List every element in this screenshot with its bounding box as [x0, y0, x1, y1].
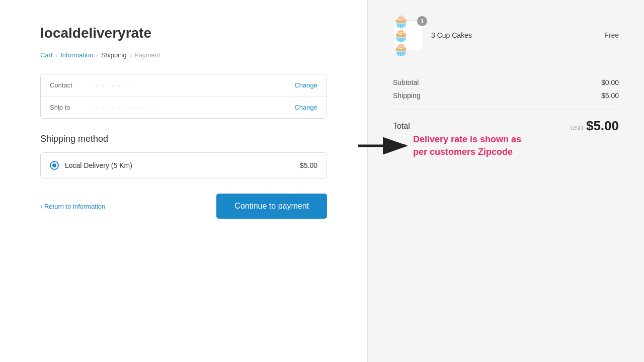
shipping-total-row: Shipping $5.00 — [393, 92, 619, 100]
ship-to-value: · · · · · · · · · · · · · — [90, 104, 294, 111]
annotation-text: Delivery rate is shown as per customers … — [413, 133, 524, 158]
return-to-information-link[interactable]: ‹ Return to information — [40, 203, 105, 210]
contact-change-link[interactable]: Change — [294, 81, 317, 89]
radio-button[interactable] — [50, 161, 59, 170]
annotation-wrapper: Delivery rate is shown as per customers … — [358, 131, 524, 161]
shipping-total-label: Shipping — [393, 92, 421, 100]
contact-row: Contact · · · · · · · · Change — [41, 74, 327, 97]
grand-total-amount: $5.00 — [586, 118, 619, 134]
product-quantity-badge: 1 — [417, 16, 427, 26]
grand-total-currency: USD — [571, 125, 583, 132]
continue-to-payment-button[interactable]: Continue to payment — [216, 194, 327, 219]
product-name: 3 Cup Cakes — [431, 31, 604, 39]
breadcrumb: Cart › Information › Shipping › Payment — [40, 51, 327, 59]
contact-ship-box: Contact · · · · · · · · Change Ship to ·… — [40, 74, 327, 119]
grand-total-value-wrapper: USD $5.00 — [571, 118, 619, 134]
totals-section: Subtotal $0.00 Shipping $5.00 — [393, 78, 619, 100]
checkout-actions: ‹ Return to information Continue to paym… — [40, 194, 327, 219]
breadcrumb-sep-3: › — [130, 52, 132, 58]
radio-dot-inner — [52, 163, 56, 167]
breadcrumb-information[interactable]: Information — [60, 51, 93, 59]
breadcrumb-payment: Payment — [134, 51, 160, 59]
breadcrumb-cart[interactable]: Cart — [40, 51, 53, 59]
arrow-icon — [358, 131, 413, 161]
grand-total-label: Total — [393, 122, 410, 131]
grand-total-row: Total USD $5.00 — [393, 110, 619, 134]
right-panel: 🧁🧁🧁 1 3 Cup Cakes Free Subtotal $0.00 Sh… — [367, 0, 644, 362]
product-price: Free — [604, 31, 619, 39]
breadcrumb-sep-2: › — [96, 52, 98, 58]
shipping-total-value: $5.00 — [601, 92, 619, 100]
subtotal-value: $0.00 — [601, 78, 619, 86]
ship-to-change-link[interactable]: Change — [294, 104, 317, 111]
ship-to-label: Ship to — [50, 104, 90, 111]
store-title: localdeliveryrate — [40, 25, 327, 41]
shipping-option-label: Local Delivery (5 Km) — [65, 161, 294, 169]
left-panel: localdeliveryrate Cart › Information › S… — [0, 0, 367, 362]
shipping-method-title: Shipping method — [40, 134, 327, 144]
contact-value: · · · · · · · · — [90, 81, 294, 89]
subtotal-label: Subtotal — [393, 78, 419, 86]
ship-to-row: Ship to · · · · · · · · · · · · · Change — [41, 97, 327, 118]
product-row: 🧁🧁🧁 1 3 Cup Cakes Free — [393, 20, 619, 63]
shipping-option-price: $5.00 — [300, 161, 317, 169]
subtotal-row: Subtotal $0.00 — [393, 78, 619, 86]
breadcrumb-shipping[interactable]: Shipping — [101, 51, 127, 59]
product-image-wrapper: 🧁🧁🧁 1 — [393, 20, 423, 50]
contact-label: Contact — [50, 81, 90, 89]
breadcrumb-sep-1: › — [56, 52, 58, 58]
shipping-option[interactable]: Local Delivery (5 Km) $5.00 — [40, 152, 327, 178]
